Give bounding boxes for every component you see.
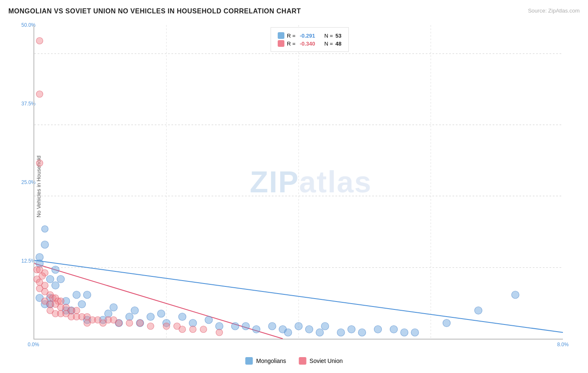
svg-point-35 [305,326,313,333]
svg-point-106 [189,326,196,333]
svg-point-32 [321,322,329,330]
bottom-label-soviet: Soviet Union [309,358,343,364]
svg-point-13 [73,291,80,299]
bottom-legend-soviet: Soviet Union [299,357,343,365]
svg-point-18 [105,310,112,317]
svg-point-28 [231,322,239,330]
svg-point-38 [390,326,398,333]
svg-point-44 [411,329,419,336]
svg-point-37 [374,326,382,333]
legend-row-soviet: R = -0.340 N = 48 [278,40,342,47]
svg-point-26 [189,319,197,327]
legend-n-label-2: N = [325,41,333,47]
svg-point-60 [46,276,54,283]
svg-point-54 [475,307,482,314]
bottom-swatch-soviet [299,357,306,365]
svg-point-107 [179,326,186,333]
legend-row-mongolian: R = -0.291 N = 53 [278,32,342,39]
legend-n-value-2: 48 [335,41,341,47]
svg-point-85 [73,307,80,314]
svg-point-102 [100,320,106,327]
chart-svg [34,25,563,339]
svg-point-53 [205,316,212,324]
svg-point-48 [78,301,86,308]
legend-swatch-mongolian [278,32,284,39]
svg-point-109 [216,329,222,336]
legend-r-value-2: -0.340 [300,41,315,47]
legend-box: R = -0.291 N = 53 R = -0.340 N = 48 [271,27,349,52]
svg-point-39 [284,329,292,336]
svg-point-56 [443,319,450,327]
svg-point-29 [242,322,250,330]
legend-n-value-1: 53 [335,33,341,39]
plot-area: ZIPatlas [33,25,563,340]
svg-point-11 [57,276,64,283]
svg-point-49 [110,304,118,311]
svg-point-27 [215,322,223,330]
svg-point-61 [83,291,91,299]
svg-point-31 [295,322,302,330]
chart-title: MONGOLIAN VS SOVIET UNION NO VEHICLES IN… [8,8,301,15]
svg-point-20 [147,313,154,321]
svg-point-30 [268,322,276,330]
svg-point-52 [179,313,186,321]
svg-point-41 [337,329,345,336]
legend-r-label-1: R = [287,33,296,39]
bottom-legend-mongolians: Mongolians [245,357,286,365]
legend-swatch-soviet [278,40,284,47]
svg-point-36 [348,326,355,333]
x-label-0: 0.0% [28,342,39,347]
svg-point-64 [36,160,43,166]
bottom-label-mongolians: Mongolians [256,358,286,364]
legend-r-value-1: -0.291 [300,33,315,39]
svg-point-55 [511,291,519,299]
svg-point-98 [115,320,122,327]
svg-point-19 [126,313,133,321]
svg-point-99 [126,320,133,327]
x-axis-labels: 0.0% 8.0% [33,342,563,350]
svg-point-103 [147,323,154,330]
svg-point-9 [41,226,48,232]
x-label-8: 8.0% [557,342,568,347]
bottom-legend: Mongolians Soviet Union [245,357,343,365]
svg-point-42 [358,329,366,336]
legend-r-label-2: R = [287,41,296,47]
svg-point-51 [157,310,165,317]
svg-point-100 [137,320,143,327]
svg-point-62 [36,38,43,44]
svg-point-63 [36,91,43,97]
svg-point-50 [131,307,138,314]
svg-point-57 [36,253,43,261]
svg-point-12 [52,282,59,289]
svg-point-33 [253,326,260,333]
svg-point-59 [41,241,49,248]
source-label: Source: ZipAtlas.com [528,8,580,14]
chart-container: MONGOLIAN VS SOVIET UNION NO VEHICLES IN… [0,0,588,373]
legend-n-label-1: N = [325,33,333,39]
svg-point-40 [316,329,324,336]
y-axis-labels: 50.0% 37.5% 25.0% 12.5% [19,25,36,340]
svg-point-104 [163,323,170,330]
svg-point-58 [52,266,59,273]
svg-point-43 [401,329,408,336]
svg-point-108 [200,326,207,333]
bottom-swatch-mongolians [245,357,253,365]
svg-point-101 [84,320,90,327]
